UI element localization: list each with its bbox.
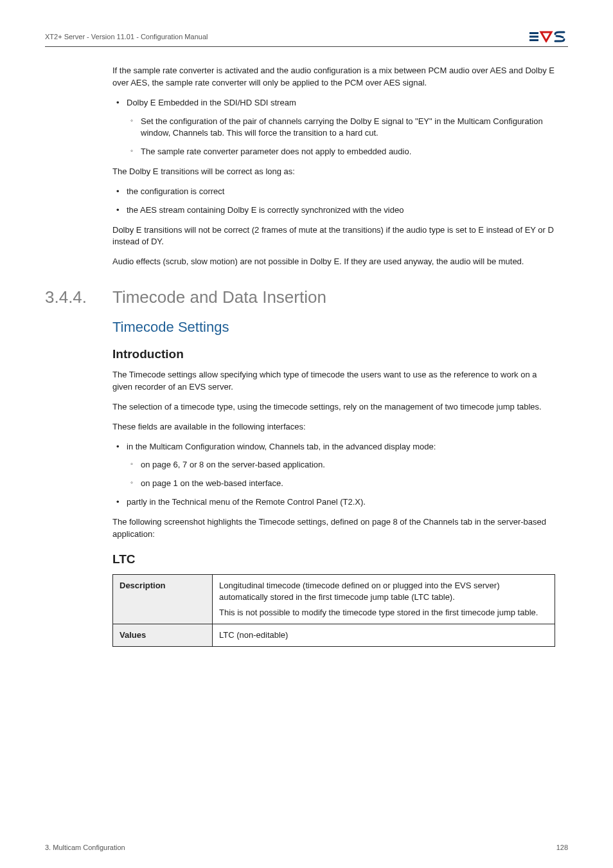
bullet-aes-sync: the AES stream containing Dolby E is cor… (112, 204, 555, 217)
intro2-paragraph-1: The Timecode settings allow specifying w… (112, 369, 555, 393)
footer-page-number: 128 (556, 844, 568, 851)
heading-ltc: LTC (112, 552, 555, 566)
intro-bullet-list-2: the configuration is correct the AES str… (112, 186, 555, 217)
footer-left: 3. Multicam Configuration (45, 844, 125, 851)
sub-bullet-web-interface: on page 1 on the web-based interface. (127, 478, 555, 490)
page-footer: 3. Multicam Configuration 128 (45, 844, 568, 851)
table-value-description: Longitudinal timecode (timecode defined … (213, 574, 555, 624)
intro-paragraph-1: If the sample rate converter is activate… (112, 65, 555, 89)
bullet-dolby-embedded: Dolby E Embedded in the SDI/HD SDI strea… (112, 97, 555, 158)
evs-logo (529, 31, 568, 42)
intro2-paragraph-3: These fields are available in the follow… (112, 421, 555, 433)
svg-rect-2 (529, 39, 538, 41)
content-area: If the sample rate converter is activate… (112, 65, 555, 647)
table-row: Description Longitudinal timecode (timec… (113, 574, 555, 624)
table-label-description: Description (113, 574, 213, 624)
svg-rect-1 (529, 36, 538, 38)
table-row: Values LTC (non-editable) (113, 624, 555, 647)
description-p2: This is not possible to modify the timec… (219, 607, 548, 619)
bullet-text: in the Multicam Configuration window, Ch… (127, 442, 436, 451)
table-label-values: Values (113, 624, 213, 647)
sub-bullet-list: Set the configuration of the pair of cha… (127, 116, 555, 159)
intro-paragraph-2: The Dolby E transitions will be correct … (112, 166, 555, 178)
section-title: Timecode and Data Insertion (112, 287, 326, 307)
intro-paragraph-3: Dolby E transitions will not be correct … (112, 224, 555, 249)
intro-paragraph-4: Audio effects (scrub, slow motion) are n… (112, 256, 555, 268)
heading-introduction: Introduction (112, 347, 555, 361)
intro2-paragraph-2: The selection of a timecode type, using … (112, 401, 555, 413)
description-p1: Longitudinal timecode (timecode defined … (219, 580, 548, 603)
sub-bullet-sample-rate: The sample rate converter parameter does… (127, 146, 555, 158)
bullet-technical-menu: partly in the Technical menu of the Remo… (112, 496, 555, 509)
bullet-text: Dolby E Embedded in the SDI/HD SDI strea… (127, 98, 296, 107)
intro-bullet-list-1: Dolby E Embedded in the SDI/HD SDI strea… (112, 97, 555, 158)
bullet-multicam-config: in the Multicam Configuration window, Ch… (112, 441, 555, 491)
sub-bullet-list-2: on page 6, 7 or 8 on the server-based ap… (127, 459, 555, 490)
heading-timecode-settings: Timecode Settings (112, 319, 555, 336)
sub-bullet-server-app: on page 6, 7 or 8 on the server-based ap… (127, 459, 555, 471)
page-header: XT2+ Server - Version 11.01 - Configurat… (45, 31, 568, 47)
ltc-table: Description Longitudinal timecode (timec… (112, 574, 555, 647)
sub-bullet-ey-config: Set the configuration of the pair of cha… (127, 116, 555, 140)
svg-marker-3 (541, 32, 551, 41)
svg-rect-0 (529, 32, 538, 34)
interfaces-bullet-list: in the Multicam Configuration window, Ch… (112, 441, 555, 509)
header-left-text: XT2+ Server - Version 11.01 - Configurat… (45, 33, 208, 41)
intro2-paragraph-4: The following screenshot highlights the … (112, 516, 555, 541)
section-heading-row: 3.4.4. Timecode and Data Insertion (45, 287, 555, 307)
bullet-config-correct: the configuration is correct (112, 186, 555, 198)
section-number: 3.4.4. (45, 287, 112, 307)
table-value-values: LTC (non-editable) (213, 624, 555, 647)
